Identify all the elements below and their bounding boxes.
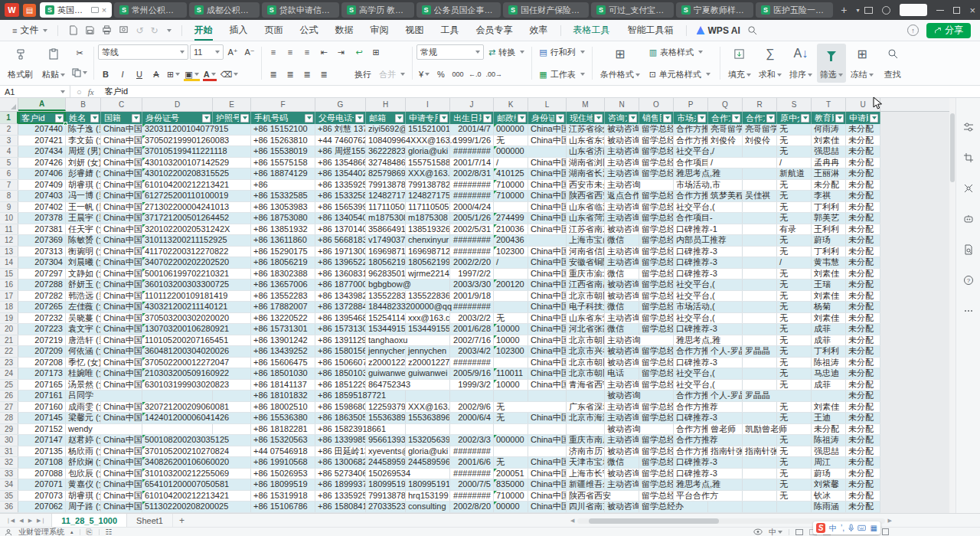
cell[interactable]: 王利利 bbox=[812, 224, 846, 235]
cell[interactable]: 丁利利 bbox=[812, 346, 846, 357]
cell[interactable] bbox=[142, 391, 213, 401]
cell[interactable]: 410125 bbox=[494, 168, 528, 179]
convert-button[interactable]: ⇄转换 bbox=[485, 44, 528, 60]
cell[interactable]: China中国 bbox=[528, 302, 567, 312]
cell[interactable]: gloria@uki bbox=[406, 446, 450, 457]
row-header-26[interactable]: 26 bbox=[0, 391, 18, 401]
cell[interactable]: China中国 bbox=[101, 158, 142, 168]
cell[interactable]: China中国 bbox=[101, 124, 142, 135]
menu-tab-0[interactable]: 开始 bbox=[186, 21, 221, 40]
cell[interactable]: 207232 bbox=[18, 313, 66, 324]
header-cell[interactable]: 身份证号 bbox=[142, 112, 213, 124]
cell[interactable] bbox=[528, 446, 567, 457]
cell[interactable]: 主动咨询 bbox=[605, 335, 639, 346]
cell[interactable]: 指南针张冬 bbox=[708, 446, 743, 457]
cell[interactable]: China中国 bbox=[101, 469, 142, 479]
name-box[interactable]: A1 bbox=[0, 86, 70, 97]
search-icon[interactable] bbox=[747, 25, 757, 35]
cell[interactable]: China中国 bbox=[101, 247, 142, 257]
clear-format-button[interactable]: ⌫ bbox=[219, 67, 240, 82]
cell[interactable] bbox=[743, 146, 777, 157]
cell[interactable]: 无 bbox=[777, 180, 812, 191]
cell[interactable] bbox=[567, 424, 605, 435]
cell[interactable]: 2002/5/31 bbox=[450, 224, 494, 235]
workspace-icon[interactable] bbox=[864, 7, 873, 14]
cell[interactable]: 207147 bbox=[18, 435, 66, 446]
cut-button[interactable]: ✂ bbox=[70, 46, 89, 61]
cell[interactable]: 无 bbox=[777, 302, 812, 312]
cell[interactable]: 留学总经办 bbox=[639, 479, 674, 490]
cell[interactable]: 654101200007050581 bbox=[142, 479, 213, 490]
file-tab[interactable]: S公务员国企事业单位 bbox=[416, 2, 501, 18]
cell[interactable]: 未分配 bbox=[846, 324, 880, 335]
cell[interactable]: 山东省临沂 bbox=[567, 202, 605, 213]
cell[interactable]: 未分配 bbox=[846, 257, 880, 268]
menu-tab-7[interactable]: 工具 bbox=[433, 21, 468, 40]
cell[interactable]: XXX@163.c bbox=[406, 402, 450, 413]
cell[interactable]: 有录 bbox=[777, 224, 812, 235]
cell[interactable] bbox=[406, 469, 450, 479]
cell[interactable]: 370502200012272047 bbox=[142, 358, 213, 368]
filter-button[interactable] bbox=[483, 114, 492, 123]
increase-indent-button[interactable]: ⇥ bbox=[333, 44, 348, 60]
column-header-K[interactable]: K bbox=[494, 98, 528, 111]
cell[interactable] bbox=[743, 235, 777, 246]
ime-chinese-mode-icon[interactable]: 中 bbox=[829, 525, 837, 532]
cell[interactable]: 000000 bbox=[494, 124, 528, 135]
cell[interactable]: +86 13901242 bbox=[251, 335, 315, 346]
cell[interactable]: 留学总经办 bbox=[639, 291, 674, 302]
cell[interactable]: China中国 bbox=[101, 358, 142, 368]
cell[interactable]: +86 15731301 bbox=[251, 324, 315, 335]
cell[interactable]: +86 13439252 bbox=[251, 346, 315, 357]
cell[interactable]: 430103200107142529 bbox=[142, 158, 213, 168]
cell[interactable] bbox=[743, 269, 777, 279]
cell[interactable]: +86 13611860 bbox=[251, 235, 315, 246]
cell[interactable]: 370105200210270824 bbox=[142, 446, 213, 457]
cell[interactable] bbox=[406, 335, 450, 346]
cell[interactable]: +86 13851932 bbox=[251, 224, 315, 235]
cell[interactable]: 310113200211152925 bbox=[142, 235, 213, 246]
column-header-D[interactable]: D bbox=[142, 98, 213, 111]
cell[interactable]: +86 13728846801 bbox=[315, 302, 366, 312]
cell[interactable]: China中国 bbox=[528, 269, 567, 279]
cell[interactable]: +86 15606475 bbox=[251, 358, 315, 368]
cell[interactable]: +86 18753080 bbox=[251, 213, 315, 224]
cell[interactable]: China中国 bbox=[528, 324, 567, 335]
cell[interactable]: 山东省菏泽 bbox=[567, 213, 605, 224]
cell[interactable]: 吴佳祺 bbox=[743, 191, 777, 201]
header-cell[interactable]: 出生日期 bbox=[450, 112, 494, 124]
cell[interactable]: 未分配 bbox=[812, 180, 846, 191]
header-cell[interactable]: 姓名 bbox=[66, 112, 101, 124]
cell[interactable]: 151521001 bbox=[406, 124, 450, 135]
cell[interactable]: China中国 bbox=[101, 457, 142, 468]
cell[interactable]: +86 周煜155380 bbox=[315, 146, 366, 157]
cell[interactable] bbox=[494, 291, 528, 302]
cell[interactable]: ######## bbox=[450, 491, 494, 502]
cell[interactable]: 广东省深圳 bbox=[567, 402, 605, 413]
cell[interactable]: 无 bbox=[777, 313, 812, 324]
cell[interactable]: 主动咨询 bbox=[605, 247, 639, 257]
cell[interactable] bbox=[743, 313, 777, 324]
cell[interactable]: China中国 bbox=[101, 180, 142, 191]
header-cell[interactable]: 护照号 bbox=[213, 112, 251, 124]
cell[interactable]: 无 bbox=[777, 269, 812, 279]
cell[interactable]: 湖南省长沙 bbox=[567, 168, 605, 179]
cell[interactable] bbox=[494, 391, 528, 401]
cell[interactable]: 刘素佳 bbox=[812, 313, 846, 324]
file-menu[interactable]: ≡ 文件 bbox=[6, 24, 54, 37]
sogou-logo[interactable]: S bbox=[816, 523, 825, 533]
outline-status-icon[interactable]: ☷ bbox=[106, 528, 113, 536]
cell[interactable] bbox=[743, 413, 777, 423]
cell[interactable]: 主动咨询 bbox=[605, 180, 639, 191]
cell[interactable]: 207071 bbox=[18, 479, 66, 490]
bold-button[interactable]: B bbox=[98, 67, 113, 82]
first-sheet-button[interactable]: ❘◀ bbox=[6, 518, 15, 524]
row-header-20[interactable]: 20 bbox=[0, 324, 18, 335]
cell[interactable]: 留学总经办 bbox=[639, 269, 674, 279]
ime-punctuation-icon[interactable]: ’, bbox=[841, 525, 844, 532]
cell[interactable]: +86 18182281 bbox=[251, 424, 315, 435]
header-cell[interactable]: 原中介机构 bbox=[777, 112, 812, 124]
cell[interactable]: 济南市历下 bbox=[567, 446, 605, 457]
cell[interactable]: 刘妍 (女) bbox=[66, 158, 101, 168]
cell[interactable] bbox=[743, 202, 777, 213]
